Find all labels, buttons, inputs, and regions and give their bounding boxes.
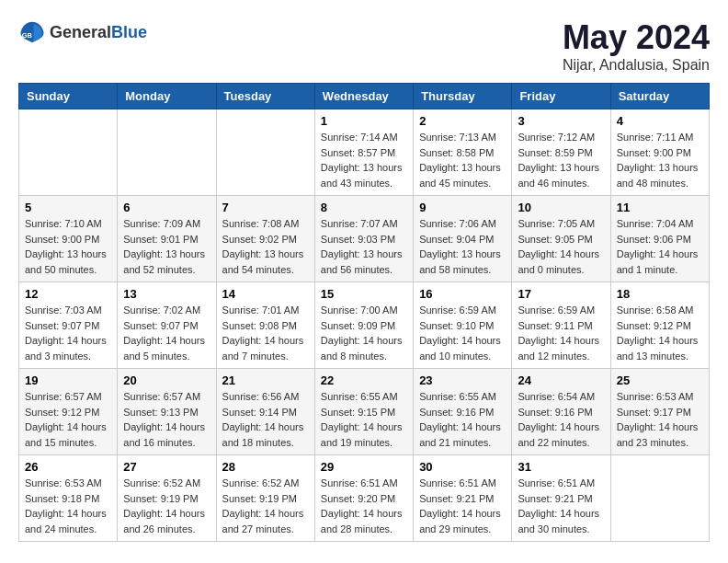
sunset: Sunset: 9:05 PM: [518, 234, 592, 245]
table-cell: [610, 455, 709, 542]
day-info: Sunrise: 6:51 AM Sunset: 9:20 PM Dayligh…: [321, 476, 407, 536]
daylight-hours: Daylight: 14 hours and 28 minutes.: [321, 508, 403, 534]
table-cell: [216, 109, 314, 196]
day-info: Sunrise: 6:59 AM Sunset: 9:11 PM Dayligh…: [518, 303, 604, 363]
daylight-hours: Daylight: 14 hours and 30 minutes.: [518, 508, 599, 534]
sunrise: Sunrise: 7:11 AM: [617, 132, 694, 143]
week-row-2: 5 Sunrise: 7:10 AM Sunset: 9:00 PM Dayli…: [19, 196, 710, 282]
daylight-hours: Daylight: 14 hours and 21 minutes.: [419, 421, 501, 448]
day-number: 25: [617, 373, 703, 387]
sunset: Sunset: 9:21 PM: [518, 493, 592, 504]
day-number: 5: [25, 201, 111, 214]
day-info: Sunrise: 6:58 AM Sunset: 9:12 PM Dayligh…: [617, 303, 703, 363]
day-info: Sunrise: 7:10 AM Sunset: 9:00 PM Dayligh…: [25, 216, 111, 277]
sunrise: Sunrise: 6:53 AM: [617, 391, 694, 402]
logo-blue: Blue: [111, 23, 147, 41]
sunset: Sunset: 9:09 PM: [321, 320, 395, 331]
table-cell: 8 Sunrise: 7:07 AM Sunset: 9:03 PM Dayli…: [314, 196, 413, 282]
day-info: Sunrise: 6:51 AM Sunset: 9:21 PM Dayligh…: [518, 476, 604, 536]
day-info: Sunrise: 6:57 AM Sunset: 9:12 PM Dayligh…: [25, 389, 111, 450]
table-cell: 24 Sunrise: 6:54 AM Sunset: 9:16 PM Dayl…: [512, 369, 610, 455]
table-cell: 25 Sunrise: 6:53 AM Sunset: 9:17 PM Dayl…: [610, 369, 709, 455]
sunset: Sunset: 8:57 PM: [321, 147, 395, 158]
sunset: Sunset: 9:13 PM: [123, 407, 198, 418]
table-cell: 18 Sunrise: 6:58 AM Sunset: 9:12 PM Dayl…: [610, 282, 709, 369]
table-cell: 10 Sunrise: 7:05 AM Sunset: 9:05 PM Dayl…: [512, 196, 610, 282]
day-info: Sunrise: 6:55 AM Sunset: 9:16 PM Dayligh…: [419, 389, 506, 450]
day-number: 26: [25, 460, 111, 474]
logo-icon: GB: [18, 18, 46, 46]
table-cell: 19 Sunrise: 6:57 AM Sunset: 9:12 PM Dayl…: [19, 369, 118, 455]
table-cell: 11 Sunrise: 7:04 AM Sunset: 9:06 PM Dayl…: [610, 196, 709, 282]
sunset: Sunset: 9:14 PM: [222, 407, 297, 418]
sunset: Sunset: 9:17 PM: [617, 407, 691, 418]
sunset: Sunset: 9:07 PM: [25, 320, 99, 331]
daylight-hours: Daylight: 13 hours and 43 minutes.: [321, 162, 403, 189]
table-cell: 16 Sunrise: 6:59 AM Sunset: 9:10 PM Dayl…: [414, 282, 512, 369]
location: Nijar, Andalusia, Spain: [563, 57, 710, 74]
daylight-hours: Daylight: 13 hours and 46 minutes.: [518, 162, 599, 189]
table-cell: 3 Sunrise: 7:12 AM Sunset: 8:59 PM Dayli…: [512, 109, 610, 196]
day-number: 20: [123, 373, 210, 387]
day-info: Sunrise: 6:53 AM Sunset: 9:17 PM Dayligh…: [617, 389, 703, 450]
sunrise: Sunrise: 6:54 AM: [518, 391, 595, 402]
table-cell: 20 Sunrise: 6:57 AM Sunset: 9:13 PM Dayl…: [118, 369, 216, 455]
day-info: Sunrise: 7:08 AM Sunset: 9:02 PM Dayligh…: [222, 216, 309, 277]
calendar: Sunday Monday Tuesday Wednesday Thursday…: [18, 83, 710, 542]
week-row-4: 19 Sunrise: 6:57 AM Sunset: 9:12 PM Dayl…: [19, 369, 710, 455]
day-number: 10: [518, 201, 604, 214]
daylight-hours: Daylight: 13 hours and 58 minutes.: [419, 248, 501, 275]
sunrise: Sunrise: 7:14 AM: [321, 132, 398, 143]
day-number: 19: [25, 373, 111, 387]
daylight-hours: Daylight: 13 hours and 48 minutes.: [617, 162, 699, 189]
table-cell: 5 Sunrise: 7:10 AM Sunset: 9:00 PM Dayli…: [19, 196, 118, 282]
day-info: Sunrise: 7:02 AM Sunset: 9:07 PM Dayligh…: [123, 303, 210, 363]
header-friday: Friday: [512, 84, 610, 109]
table-cell: 9 Sunrise: 7:06 AM Sunset: 9:04 PM Dayli…: [414, 196, 512, 282]
day-number: 3: [518, 114, 604, 128]
day-number: 23: [419, 373, 506, 387]
sunset: Sunset: 9:03 PM: [321, 234, 395, 245]
day-number: 6: [123, 201, 210, 214]
table-cell: 14 Sunrise: 7:01 AM Sunset: 9:08 PM Dayl…: [216, 282, 314, 369]
day-info: Sunrise: 7:03 AM Sunset: 9:07 PM Dayligh…: [25, 303, 111, 363]
day-number: 24: [518, 373, 604, 387]
day-number: 2: [419, 114, 506, 128]
sunset: Sunset: 9:15 PM: [321, 407, 395, 418]
table-cell: 6 Sunrise: 7:09 AM Sunset: 9:01 PM Dayli…: [118, 196, 216, 282]
table-cell: 2 Sunrise: 7:13 AM Sunset: 8:58 PM Dayli…: [414, 109, 512, 196]
sunset: Sunset: 9:16 PM: [518, 407, 592, 418]
day-info: Sunrise: 6:52 AM Sunset: 9:19 PM Dayligh…: [123, 476, 210, 536]
sunset: Sunset: 9:02 PM: [222, 234, 297, 245]
day-info: Sunrise: 7:06 AM Sunset: 9:04 PM Dayligh…: [419, 216, 506, 277]
day-number: 1: [321, 114, 407, 128]
week-row-1: 1 Sunrise: 7:14 AM Sunset: 8:57 PM Dayli…: [19, 109, 710, 196]
day-number: 4: [617, 114, 703, 128]
day-number: 18: [617, 287, 703, 301]
table-cell: [19, 109, 118, 196]
header-tuesday: Tuesday: [216, 84, 314, 109]
daylight-hours: Daylight: 14 hours and 5 minutes.: [123, 335, 205, 362]
day-info: Sunrise: 6:56 AM Sunset: 9:14 PM Dayligh…: [222, 389, 309, 450]
day-info: Sunrise: 7:09 AM Sunset: 9:01 PM Dayligh…: [123, 216, 210, 277]
sunrise: Sunrise: 7:01 AM: [222, 304, 300, 316]
logo: GB GeneralBlue: [18, 18, 147, 46]
table-cell: [118, 109, 216, 196]
svg-text:GB: GB: [22, 31, 33, 40]
sunset: Sunset: 9:11 PM: [518, 320, 592, 331]
sunset: Sunset: 9:12 PM: [617, 320, 691, 331]
table-cell: 29 Sunrise: 6:51 AM Sunset: 9:20 PM Dayl…: [314, 455, 413, 542]
daylight-hours: Daylight: 14 hours and 10 minutes.: [419, 335, 501, 362]
day-number: 11: [617, 201, 703, 214]
daylight-hours: Daylight: 14 hours and 1 minute.: [617, 248, 699, 275]
week-row-3: 12 Sunrise: 7:03 AM Sunset: 9:07 PM Dayl…: [19, 282, 710, 369]
sunset: Sunset: 9:07 PM: [123, 320, 198, 331]
day-number: 13: [123, 287, 210, 301]
day-info: Sunrise: 6:55 AM Sunset: 9:15 PM Dayligh…: [321, 389, 407, 450]
table-cell: 30 Sunrise: 6:51 AM Sunset: 9:21 PM Dayl…: [414, 455, 512, 542]
table-cell: 1 Sunrise: 7:14 AM Sunset: 8:57 PM Dayli…: [314, 109, 413, 196]
header-sunday: Sunday: [19, 84, 118, 109]
day-info: Sunrise: 7:01 AM Sunset: 9:08 PM Dayligh…: [222, 303, 309, 363]
day-number: 29: [321, 460, 407, 474]
sunrise: Sunrise: 6:51 AM: [518, 477, 595, 488]
